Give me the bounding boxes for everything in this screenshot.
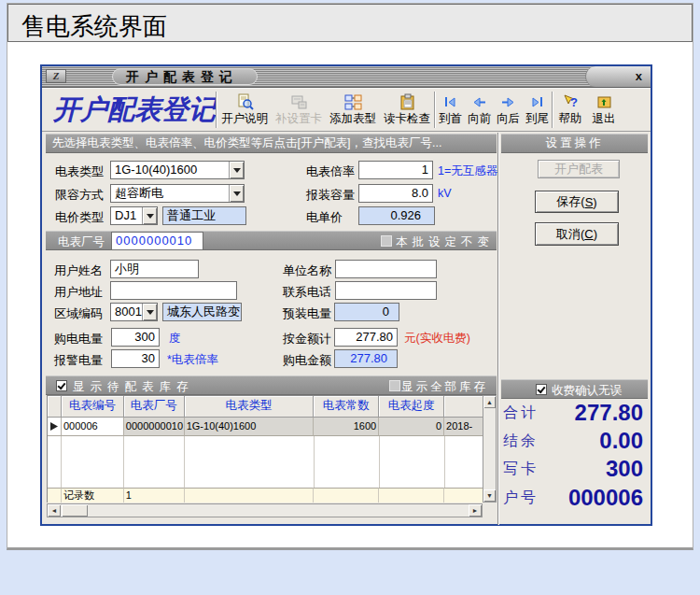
toolbar-heading: 开户配表登记: [53, 89, 216, 131]
read-card-check-button[interactable]: 读卡检查: [380, 89, 434, 131]
address-input[interactable]: [110, 281, 237, 300]
horizontal-scrollbar[interactable]: ◄ ►: [47, 503, 483, 517]
record-count-value: 1: [124, 488, 185, 503]
region-code-select[interactable]: 8001: [110, 303, 158, 321]
scrollbar-thumb[interactable]: [62, 504, 88, 517]
exit-button[interactable]: 退出: [587, 89, 621, 131]
toolbar: 开户配表登记 开户说明 补设置卡 添加表型 读卡检查 到首: [42, 88, 651, 132]
col-header[interactable]: [444, 396, 483, 418]
inventory-table: 电表编号 电表厂号 电表类型 电表常数 电表起度 000006 00000000…: [47, 395, 483, 503]
total-label: 户号: [503, 489, 539, 508]
meter-type-select[interactable]: 1G-10(40)1600: [110, 161, 245, 179]
nav-next-button[interactable]: 向后: [494, 89, 523, 131]
factory-no-input[interactable]: 0000000010: [111, 232, 203, 250]
chevron-down-icon[interactable]: [229, 162, 244, 178]
scroll-down-arrow[interactable]: ▼: [483, 489, 496, 502]
help-icon: ?: [562, 93, 580, 111]
vertical-scrollbar[interactable]: ▲ ▼: [483, 395, 497, 503]
settings-panel-header: 设置操作: [501, 134, 648, 153]
alarm-energy-input[interactable]: 30: [111, 349, 160, 368]
total-label: 合计: [503, 404, 539, 423]
purchase-amount-label: 购电金额: [283, 352, 331, 369]
total-row: 户号 000006: [503, 486, 643, 510]
col-header[interactable]: 电表类型: [185, 396, 315, 418]
total-label: 写卡: [503, 460, 539, 479]
purchase-energy-unit-hint: 度: [169, 331, 181, 347]
nav-first-icon: [441, 93, 459, 111]
multiplier-label: 电表倍率: [306, 163, 355, 180]
multiplier-input[interactable]: 1: [358, 161, 433, 179]
footer-cell: [185, 488, 315, 503]
confirm-checkbox[interactable]: [536, 384, 547, 395]
cell-start-reading: 0: [379, 418, 444, 436]
purchase-energy-input[interactable]: 300: [111, 328, 160, 347]
nav-last-button[interactable]: 到尾: [523, 89, 552, 131]
capacity-label: 报装容量: [306, 187, 355, 204]
cell-meter-no: 000006: [62, 418, 124, 436]
alarm-energy-label: 报警电量: [54, 352, 103, 369]
unit-price-label: 电单价: [306, 209, 343, 226]
price-type-select[interactable]: DJ1: [110, 206, 158, 225]
table-empty-area: [48, 436, 483, 488]
cancel-button[interactable]: 取消(C): [535, 222, 619, 246]
page-title: 售电系统界面: [21, 10, 167, 43]
user-name-label: 用户姓名: [54, 262, 103, 279]
nav-first-button[interactable]: 到首: [436, 89, 465, 131]
open-account-button[interactable]: 开户配表: [538, 160, 620, 178]
total-row: 合计 277.80: [503, 401, 643, 425]
add-meter-type-button[interactable]: 添加表型: [326, 89, 380, 131]
scroll-right-arrow[interactable]: ►: [469, 504, 482, 517]
col-header[interactable]: 电表厂号: [124, 396, 185, 418]
show-all-checkbox[interactable]: [389, 380, 400, 391]
org-name-input[interactable]: [335, 260, 437, 278]
purchase-energy-label: 购电电量: [54, 331, 103, 347]
rewrite-card-button[interactable]: 补设置卡: [272, 89, 326, 131]
scroll-left-arrow[interactable]: ◄: [48, 504, 61, 517]
org-name-label: 单位名称: [283, 262, 331, 279]
phone-input[interactable]: [335, 281, 437, 300]
col-header[interactable]: 电表常数: [314, 396, 379, 418]
amount-label: 按金额计: [283, 331, 331, 347]
show-all-label: 显示全部库存: [401, 379, 488, 395]
chevron-down-icon[interactable]: [229, 185, 244, 202]
total-row: 写卡 300: [503, 457, 643, 481]
show-pending-label: 显示待配表库存: [73, 379, 194, 395]
table-footer-row: 记录数 1: [48, 488, 483, 503]
unit-price-field: 0.926: [358, 206, 435, 225]
chevron-down-icon[interactable]: [142, 304, 157, 320]
row-selector-header: [48, 396, 62, 418]
limit-mode-label: 限容方式: [55, 187, 104, 204]
open-account-help-button[interactable]: 开户说明: [217, 89, 272, 131]
amount-hint: 元(实收电费): [404, 331, 470, 347]
limit-mode-select[interactable]: 超容断电: [110, 184, 245, 203]
window-titlebar: Z 开户配表登记 x: [42, 66, 651, 88]
batch-fixed-checkbox[interactable]: [381, 235, 392, 247]
address-label: 用户地址: [54, 284, 103, 301]
user-name-input[interactable]: 小明: [110, 260, 199, 278]
meter-type-label: 电表类型: [55, 163, 104, 180]
col-header[interactable]: 电表编号: [62, 396, 124, 418]
footer-cell: [314, 488, 379, 503]
table-row[interactable]: 000006 0000000010 1G-10(40)1600 1600 0 2…: [48, 418, 483, 436]
cell-factory-no: 0000000010: [124, 418, 185, 436]
total-value: 300: [606, 456, 643, 482]
save-button[interactable]: 保存(S): [535, 191, 619, 213]
region-code-label: 区域编码: [54, 305, 103, 322]
record-count-label: 记录数: [62, 488, 124, 503]
nav-prev-button[interactable]: 向前: [465, 89, 494, 131]
doc-search-icon: [236, 93, 254, 111]
nav-prev-icon: [470, 93, 488, 111]
scroll-up-arrow[interactable]: ▲: [483, 396, 496, 408]
exit-icon: [595, 93, 613, 111]
show-pending-checkbox[interactable]: [56, 380, 67, 391]
chevron-down-icon[interactable]: [142, 207, 157, 224]
amount-input[interactable]: 277.80: [334, 328, 398, 347]
region-desc: 城东人民路变: [162, 303, 242, 321]
col-header[interactable]: 电表起度: [379, 396, 444, 418]
cell-meter-type: 1G-10(40)1600: [185, 418, 315, 436]
footer-selector-cell: [48, 488, 62, 503]
capacity-input[interactable]: 8.0: [358, 184, 433, 203]
close-button[interactable]: x: [636, 70, 642, 82]
help-button[interactable]: ? 帮助: [553, 89, 587, 131]
cell-constant: 1600: [314, 418, 379, 436]
